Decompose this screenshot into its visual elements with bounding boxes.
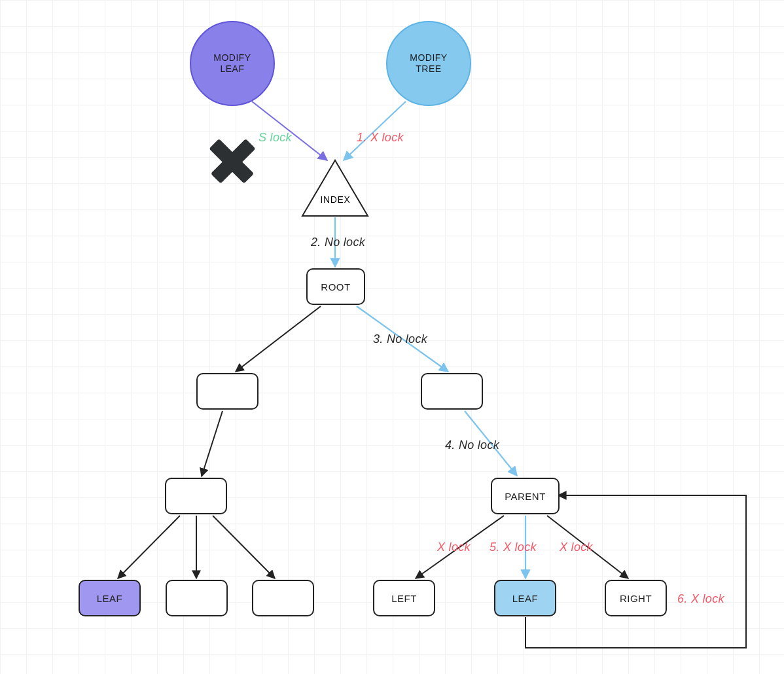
node-parent: PARENT [491, 478, 560, 514]
label-nolock-3: 3. No lock [373, 332, 427, 346]
cross-icon [203, 131, 262, 190]
node-modify-leaf-label: MODIFY LEAF [213, 52, 251, 75]
node-leaf-right-label: LEAF [512, 593, 539, 604]
node-modify-tree: MODIFY TREE [386, 21, 471, 106]
node-leaf-left: LEAF [79, 580, 141, 616]
diagram-canvas: MODIFY LEAF MODIFY TREE INDEX ROOT PAREN… [0, 0, 784, 674]
label-nolock-2: 2. No lock [311, 236, 365, 249]
label-s-lock: S lock [258, 131, 292, 145]
node-left: LEFT [373, 580, 435, 616]
label-xlock-5: 5. X lock [490, 541, 537, 554]
node-leaf-left-label: LEAF [97, 593, 123, 604]
node-root: ROOT [306, 268, 365, 305]
node-right-label: RIGHT [620, 593, 652, 604]
label-xlock-left: X lock [437, 541, 471, 554]
label-nolock-4: 4. No lock [445, 438, 499, 452]
node-parent-label: PARENT [505, 491, 546, 502]
label-xlock-6: 6. X lock [677, 592, 724, 606]
node-l2-right [421, 373, 483, 410]
node-index-label: INDEX [321, 194, 351, 205]
node-l3-left [165, 478, 227, 514]
node-index-label-wrap: INDEX [304, 194, 366, 205]
node-bl-3 [252, 580, 314, 616]
node-modify-leaf: MODIFY LEAF [190, 21, 275, 106]
node-left-label: LEFT [391, 593, 417, 604]
node-l2-left [196, 373, 258, 410]
node-leaf-right: LEAF [494, 580, 556, 616]
node-modify-tree-label: MODIFY TREE [410, 52, 447, 75]
node-bl-2 [166, 580, 228, 616]
node-right: RIGHT [605, 580, 667, 616]
label-xlock-1: 1. X lock [357, 131, 404, 145]
node-root-label: ROOT [321, 281, 350, 293]
label-xlock-right: X lock [560, 541, 593, 554]
